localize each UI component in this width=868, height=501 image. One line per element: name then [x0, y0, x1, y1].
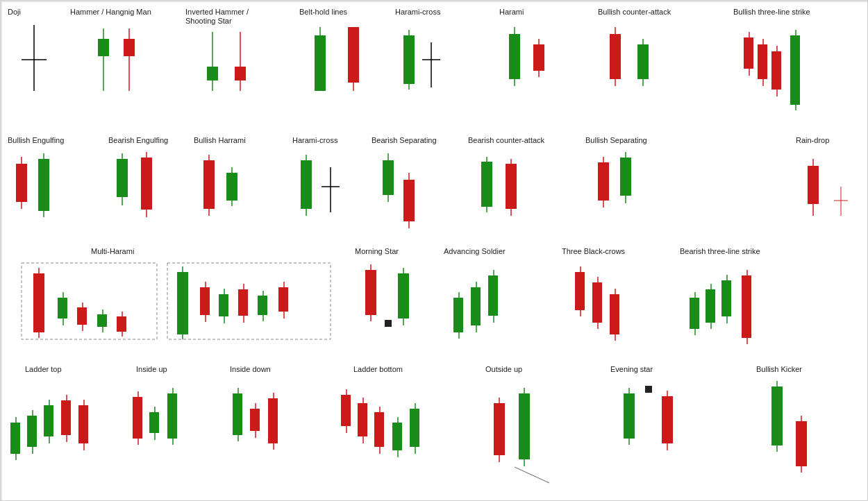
svg-rect-178 [78, 405, 88, 443]
label-inside-down: Inside down [230, 365, 271, 373]
svg-rect-160 [721, 280, 731, 316]
svg-rect-71 [383, 160, 394, 195]
label-bearish-counter: Bearish counter-attack [468, 136, 545, 144]
label-advancing-soldier: Advancing Soldier [444, 247, 506, 255]
label-shooting-star: Shooting Star [185, 17, 232, 25]
patterns-svg: Doji Hammer / Hangnig Man Inverted Hamme… [1, 1, 868, 501]
label-bullish-three: Bullish three-line strike [733, 8, 810, 16]
svg-rect-117 [219, 294, 228, 316]
label-harami: Harami [499, 8, 524, 16]
svg-rect-151 [610, 294, 619, 334]
label-morning-star: Morning Star [355, 247, 399, 255]
svg-rect-66 [301, 160, 312, 209]
svg-rect-15 [315, 35, 326, 91]
svg-rect-95 [33, 273, 44, 332]
label-bearish-three: Bearish three-line strike [680, 247, 760, 255]
svg-rect-42 [771, 51, 781, 90]
svg-rect-131 [385, 320, 392, 327]
svg-rect-123 [258, 296, 267, 315]
svg-rect-19 [403, 35, 415, 84]
svg-rect-60 [203, 160, 215, 209]
svg-rect-126 [278, 287, 288, 312]
label-bullish-harrami: Bullish Harrami [194, 136, 246, 144]
label-bullish-engulfing: Bullish Engulfing [8, 136, 64, 144]
svg-rect-104 [97, 314, 107, 327]
chart-container: Doji Hammer / Hangnig Man Inverted Hamme… [0, 0, 868, 501]
svg-rect-172 [44, 405, 53, 436]
svg-rect-54 [117, 159, 128, 197]
svg-rect-83 [598, 162, 609, 201]
svg-rect-145 [575, 272, 585, 310]
label-inside-up: Inside up [136, 365, 167, 373]
svg-rect-3 [98, 39, 109, 56]
label-bearish-engulfing: Bearish Engulfing [108, 136, 168, 144]
svg-rect-33 [637, 44, 649, 79]
svg-rect-107 [117, 316, 126, 332]
svg-rect-208 [392, 423, 402, 450]
label-hammer: Hammer / Hangnig Man [70, 8, 151, 16]
label-multi-harami: Multi-Harami [91, 247, 134, 255]
svg-rect-184 [149, 412, 159, 433]
svg-rect-214 [494, 403, 505, 455]
svg-rect-111 [177, 272, 188, 334]
svg-rect-181 [133, 397, 142, 439]
svg-rect-221 [624, 393, 635, 439]
svg-line-219 [515, 467, 549, 483]
label-rain-drop: Rain-drop [796, 136, 829, 144]
svg-rect-9 [207, 67, 218, 80]
svg-rect-30 [610, 34, 621, 79]
svg-rect-154 [690, 298, 699, 329]
label-bearish-separating: Bearish Separating [372, 136, 437, 144]
svg-rect-231 [796, 421, 807, 466]
svg-rect-63 [226, 173, 237, 201]
svg-rect-48 [16, 164, 27, 202]
svg-rect-202 [358, 403, 367, 436]
svg-rect-74 [403, 180, 415, 221]
label-bullish-counter: Bullish counter-attack [598, 8, 671, 16]
svg-rect-80 [506, 164, 517, 209]
svg-rect-86 [620, 158, 631, 196]
svg-rect-225 [662, 396, 673, 443]
label-doji: Doji [8, 8, 21, 16]
svg-rect-39 [758, 44, 767, 79]
svg-rect-24 [509, 34, 520, 79]
svg-rect-139 [471, 287, 481, 325]
svg-rect-98 [58, 298, 67, 319]
svg-rect-148 [592, 282, 602, 323]
svg-rect-157 [706, 289, 715, 323]
svg-rect-77 [481, 162, 492, 207]
label-belt-hold: Belt-hold lines [299, 8, 348, 16]
label-bullish-kicker: Bullish Kicker [756, 365, 802, 373]
svg-rect-228 [771, 387, 783, 445]
svg-rect-190 [233, 393, 242, 435]
svg-rect-89 [808, 166, 819, 204]
svg-rect-142 [488, 275, 498, 316]
svg-rect-120 [238, 289, 248, 316]
svg-rect-36 [744, 37, 753, 69]
label-three-black-crows: Three Black-crows [562, 247, 626, 255]
svg-rect-205 [374, 412, 384, 447]
svg-rect-101 [77, 307, 87, 325]
svg-rect-114 [200, 287, 210, 315]
label-ladder-top: Ladder top [25, 365, 62, 373]
svg-rect-169 [27, 416, 37, 447]
svg-rect-166 [10, 423, 20, 454]
svg-rect-129 [365, 270, 376, 315]
svg-rect-57 [141, 158, 152, 210]
label-harami-cross1: Harami-cross [395, 8, 441, 16]
label-bullish-separating: Bullish Separating [585, 136, 647, 144]
label-harami-cross2: Harami-cross [292, 136, 338, 144]
svg-rect-217 [519, 393, 530, 459]
svg-rect-136 [453, 298, 463, 332]
svg-rect-187 [167, 393, 177, 439]
svg-rect-211 [410, 409, 419, 447]
svg-rect-109 [167, 263, 331, 339]
svg-rect-163 [742, 275, 751, 338]
svg-rect-12 [235, 67, 246, 80]
label-outside-up: Outside up [485, 365, 522, 373]
svg-rect-133 [398, 273, 409, 319]
label-evening-star: Evening star [610, 365, 653, 373]
svg-rect-6 [124, 39, 135, 56]
svg-rect-196 [268, 398, 278, 443]
svg-rect-16 [348, 27, 359, 83]
